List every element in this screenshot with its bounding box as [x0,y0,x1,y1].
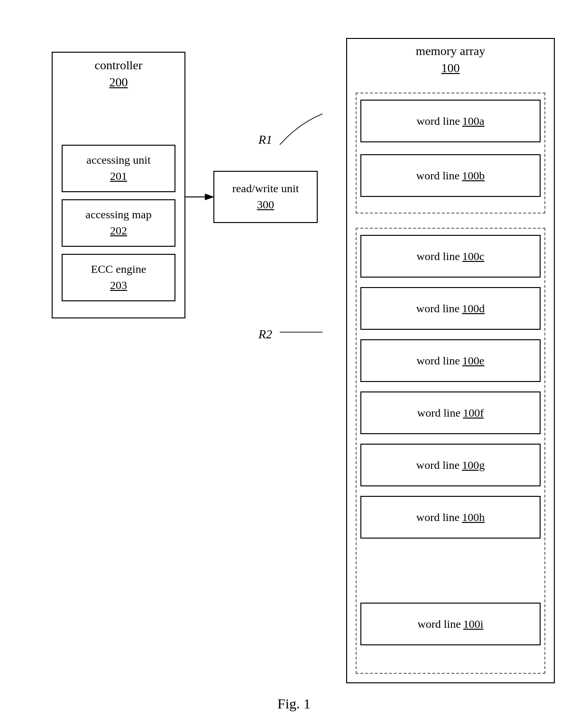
accessing-unit-number: 201 [110,170,127,182]
r2-label: R2 [258,327,272,342]
ecc-engine-number: 203 [110,279,127,291]
rw-unit-box: read/write unit 300 [213,171,318,223]
word-line-100e: word line 100e [360,339,541,382]
word-line-100b: word line 100b [360,154,541,197]
word-line-100f: word line 100f [360,391,541,434]
accessing-map-box: accessing map 202 [62,199,175,247]
word-line-100i: word line 100i [360,603,541,645]
memory-array-label: memory array 100 [346,43,555,77]
word-line-100g: word line 100g [360,444,541,486]
memory-array-number: 100 [441,61,460,75]
figure-caption: Fig. 1 [0,696,588,712]
rw-unit-number: 300 [257,198,274,211]
word-line-100c: word line 100c [360,235,541,278]
word-line-100d: word line 100d [360,287,541,330]
word-line-100h: word line 100h [360,496,541,539]
r1-label: R1 [258,133,272,147]
controller-label: controller 200 [52,57,185,92]
accessing-map-number: 202 [110,224,127,237]
accessing-unit-box: accessing unit 201 [62,145,175,192]
controller-number: 200 [110,75,128,89]
ecc-engine-box: ECC engine 203 [62,254,175,301]
word-line-100a: word line 100a [360,100,541,142]
